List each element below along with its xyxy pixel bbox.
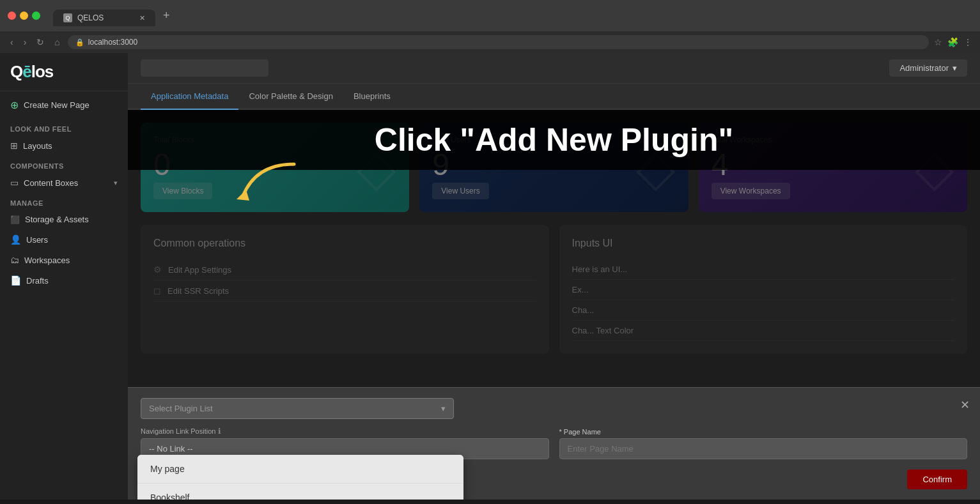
page-name-input[interactable] — [559, 438, 968, 459]
navigation-link-info-icon: ℹ — [218, 427, 221, 436]
sidebar-item-content-boxes-label: Content Boxes — [24, 178, 78, 188]
admin-button[interactable]: Administrator ▾ — [889, 59, 967, 77]
main-content: Administrator ▾ Application Metadata Col… — [128, 53, 980, 500]
logo-text: Qēlos — [10, 62, 53, 81]
sidebar: Qēlos ⊕ Create New Page LOOK AND FEEL ⊞ … — [0, 53, 128, 500]
sidebar-item-content-boxes[interactable]: ▭ Content Boxes ▾ — [0, 172, 128, 193]
traffic-lights — [8, 11, 40, 20]
address-actions: ☆ 🧩 ⋮ — [934, 37, 972, 47]
navigation-link-label: Navigation Link Position ℹ — [141, 427, 549, 436]
traffic-light-red[interactable] — [8, 11, 16, 20]
extensions-icon[interactable]: 🧩 — [947, 37, 958, 47]
tooltip-banner: Click "Add New Plugin" — [128, 110, 980, 170]
workspaces-icon: 🗂 — [10, 255, 19, 265]
admin-label: Administrator — [899, 63, 949, 73]
sidebar-item-workspaces[interactable]: 🗂 Workspaces — [0, 250, 128, 270]
arrow-decoration — [230, 161, 307, 208]
select-plugin-chevron-icon: ▾ — [441, 404, 446, 413]
dashboard-body: Total Blocks 0 ◇ View Blocks Total Users… — [128, 110, 980, 500]
nav-home-button[interactable]: ⌂ — [52, 36, 62, 49]
section-look-and-feel: LOOK AND FEEL — [0, 119, 128, 135]
select-plugin-placeholder: Select Plugin List — [149, 404, 213, 413]
sidebar-logo: Qēlos — [0, 53, 128, 91]
users-icon: 👤 — [10, 234, 21, 245]
tab-close-icon[interactable]: ✕ — [139, 14, 145, 22]
tab-application-metadata[interactable]: Application Metadata — [141, 84, 238, 110]
create-new-page-button[interactable]: ⊕ Create New Page — [0, 91, 128, 119]
section-components: COMPONENTS — [0, 156, 128, 172]
section-manage: MANAGE — [0, 193, 128, 210]
tabs-bar: Application Metadata Color Palette & Des… — [128, 84, 980, 110]
sidebar-item-users-label: Users — [26, 235, 48, 245]
new-tab-button[interactable]: + — [158, 5, 175, 26]
url-text: localhost:3000 — [88, 38, 137, 47]
confirm-button[interactable]: Confirm — [907, 470, 967, 489]
dropdown-item-my-page[interactable]: My page — [137, 455, 463, 484]
nav-refresh-button[interactable]: ↻ — [34, 36, 47, 49]
layouts-icon: ⊞ — [10, 141, 18, 151]
nav-back-button[interactable]: ‹ — [8, 36, 16, 49]
main-header: Administrator ▾ — [128, 53, 980, 84]
drafts-icon: 📄 — [10, 275, 21, 286]
dialog-close-button[interactable]: ✕ — [960, 398, 970, 412]
browser-titlebar: Q QELOS ✕ + — [0, 0, 980, 31]
dropdown-menu: My page Bookshelf New Page Add New Plugi… — [137, 455, 463, 500]
storage-assets-icon: ⬛ — [10, 215, 20, 224]
sidebar-item-drafts[interactable]: 📄 Drafts — [0, 270, 128, 291]
arrow-svg — [230, 161, 307, 206]
create-new-page-label: Create New Page — [24, 100, 89, 110]
content-boxes-chevron-icon: ▾ — [114, 179, 118, 187]
app-container: Qēlos ⊕ Create New Page LOOK AND FEEL ⊞ … — [0, 53, 980, 500]
bookmark-icon[interactable]: ☆ — [934, 37, 942, 47]
tab-blueprints[interactable]: Blueprints — [343, 84, 401, 110]
content-boxes-icon: ▭ — [10, 178, 19, 188]
sidebar-item-storage-assets[interactable]: ⬛ Storage & Assets — [0, 210, 128, 229]
page-name-label: * Page Name — [559, 428, 968, 436]
browser-chrome: Q QELOS ✕ + ‹ › ↻ ⌂ 🔒 localhost:3000 ☆ 🧩… — [0, 0, 980, 53]
sidebar-item-storage-label: Storage & Assets — [25, 215, 89, 224]
admin-chevron-icon: ▾ — [953, 63, 957, 73]
url-lock-icon: 🔒 — [75, 38, 84, 47]
search-input[interactable] — [141, 59, 268, 77]
create-icon: ⊕ — [10, 99, 19, 111]
tab-title: QELOS — [77, 13, 104, 22]
sidebar-item-layouts[interactable]: ⊞ Layouts — [0, 135, 128, 156]
sidebar-item-users[interactable]: 👤 Users — [0, 229, 128, 250]
nav-forward-button[interactable]: › — [21, 36, 29, 49]
tab-bar: Q QELOS ✕ + — [45, 5, 972, 26]
page-name-field: * Page Name — [559, 428, 968, 459]
sidebar-item-layouts-label: Layouts — [23, 141, 52, 151]
browser-tab-active[interactable]: Q QELOS ✕ — [53, 10, 155, 26]
tooltip-text: Click "Add New Plugin" — [375, 121, 733, 158]
sidebar-item-workspaces-label: Workspaces — [24, 256, 70, 265]
url-field[interactable]: 🔒 localhost:3000 — [68, 35, 929, 49]
select-plugin-row: Select Plugin List ▾ — [141, 398, 967, 419]
svg-marker-0 — [237, 190, 249, 201]
traffic-light-green[interactable] — [32, 11, 40, 20]
sidebar-item-drafts-label: Drafts — [26, 276, 49, 286]
select-plugin-dropdown[interactable]: Select Plugin List ▾ — [141, 398, 454, 419]
menu-icon[interactable]: ⋮ — [963, 37, 972, 47]
tab-favicon: Q — [63, 13, 72, 22]
dropdown-item-bookshelf[interactable]: Bookshelf — [137, 484, 463, 500]
traffic-light-yellow[interactable] — [20, 11, 28, 20]
tab-color-palette[interactable]: Color Palette & Design — [238, 84, 343, 110]
address-bar: ‹ › ↻ ⌂ 🔒 localhost:3000 ☆ 🧩 ⋮ — [0, 31, 980, 53]
